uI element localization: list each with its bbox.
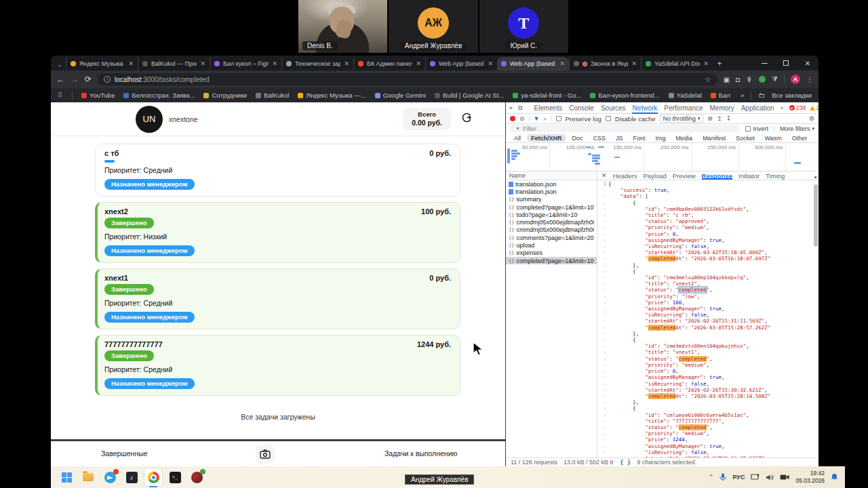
telegram-button[interactable]: [101, 468, 119, 486]
requests-count[interactable]: 11 / 126 requests: [511, 459, 557, 466]
export-har-icon[interactable]: ↧: [726, 115, 732, 122]
browser-tab-9[interactable]: YaSdelal API Docume✕: [641, 57, 713, 70]
video-tile-andrey[interactable]: АЖ Андрей Журавлёв: [389, 0, 477, 53]
clear-icon[interactable]: ⊘: [519, 115, 525, 122]
filter-chip-socket[interactable]: Socket: [732, 134, 759, 142]
browser-tab-7[interactable]: Web App (based on ✕: [497, 57, 569, 70]
extension-adblock-icon[interactable]: [759, 76, 766, 83]
bookmark-item[interactable]: Сотрудники: [203, 92, 246, 99]
address-bar[interactable]: i localhost:3000/tasks/completed ☆: [98, 73, 717, 85]
file-explorer-button[interactable]: [79, 468, 97, 486]
tab-close-icon[interactable]: ✕: [344, 60, 349, 67]
network-request-row[interactable]: {}summary: [506, 196, 597, 203]
extensions-puzzle-icon[interactable]: ⧩: [772, 75, 778, 83]
devtools-tab-memory[interactable]: Memory: [709, 102, 735, 114]
invert-label[interactable]: Invert: [753, 125, 768, 132]
network-request-row[interactable]: {}translation.json: [506, 180, 597, 188]
browser-tab-2[interactable]: BalKukol — Профиль✕: [138, 57, 210, 70]
browser-tab-1[interactable]: Яндекс Музыка — с✕: [66, 57, 138, 70]
task-card[interactable]: с тб0 руб.Приоритет: СреднийНазначено ме…: [95, 144, 460, 197]
invert-checkbox[interactable]: [745, 126, 751, 131]
filter-chip-wasm[interactable]: Wasm: [761, 134, 786, 142]
network-request-row[interactable]: {}cmmdmj05x000ejdtmapfzh00n: [506, 218, 597, 226]
detail-tab-timing[interactable]: Timing: [766, 172, 785, 180]
filter-chip-fetchxhr[interactable]: Fetch/XHR: [527, 134, 566, 142]
task-card[interactable]: xnext2100 руб.ЗавершеноПриоритет: Низкий…: [95, 202, 460, 263]
video-tile-yuri[interactable]: T Юрий С.: [479, 0, 568, 53]
notification-bell-icon[interactable]: [831, 473, 838, 481]
network-request-row[interactable]: {}completed?page=1&limit=10: [506, 203, 597, 211]
site-info-icon[interactable]: i: [104, 76, 111, 83]
sport-app-button[interactable]: [188, 468, 205, 486]
filter-icon[interactable]: ▼: [534, 115, 540, 122]
language-indicator[interactable]: РУС: [732, 474, 745, 481]
tab-close-icon[interactable]: ✕: [703, 60, 709, 67]
filter-chip-doc[interactable]: Doc: [568, 134, 587, 142]
preserve-log-checkbox[interactable]: [556, 116, 561, 121]
browser-tab-4[interactable]: Техническое задани✕: [281, 57, 353, 70]
bookmark-item[interactable]: Бал-кукол-frontend...: [590, 92, 659, 99]
detail-tab-payload[interactable]: Payload: [643, 172, 666, 180]
devtools-tab-network[interactable]: Network: [632, 102, 658, 114]
back-icon[interactable]: ←: [56, 75, 64, 83]
response-scrollbar[interactable]: ▲: [813, 182, 818, 457]
bookmark-item[interactable]: ya-sdelal-front - Go...: [513, 92, 581, 99]
filter-chip-media[interactable]: Media: [672, 134, 697, 142]
disable-cache-label[interactable]: Disable cache: [615, 115, 656, 123]
devtools-tab-performance[interactable]: Performance: [663, 102, 703, 114]
profile-avatar[interactable]: A: [791, 75, 800, 84]
more-tabs-chevron[interactable]: »: [781, 104, 784, 111]
task-card[interactable]: xnext10 руб.ЗавершеноПриоритет: СреднийН…: [95, 268, 460, 329]
bookmark-item[interactable]: Яндекс Музыка —...: [298, 92, 366, 99]
tab-search-button[interactable]: ⌄: [54, 58, 66, 70]
filter-chip-js[interactable]: JS: [612, 134, 627, 142]
network-request-row[interactable]: {}todo?page=1&limit=10: [506, 211, 597, 218]
apps-grid-icon[interactable]: ⠿: [58, 92, 63, 99]
music-app-button[interactable]: ♪: [123, 468, 140, 486]
nav-completed[interactable]: Завершенные: [101, 449, 148, 458]
scrollbar-thumb[interactable]: [814, 184, 818, 247]
tray-mic-icon[interactable]: [719, 473, 726, 481]
bookmark-item[interactable]: Google Gemini: [375, 92, 426, 99]
disable-cache-checkbox[interactable]: [606, 116, 611, 121]
reload-icon[interactable]: ⟳: [85, 75, 92, 83]
side-panel-icon[interactable]: ▣: [724, 76, 730, 83]
devtools-tab-console[interactable]: Console: [568, 102, 595, 114]
console-errors-badge[interactable]: ✕238: [789, 104, 806, 111]
network-icon[interactable]: [751, 474, 760, 481]
scroll-up-arrow[interactable]: ▲: [813, 174, 818, 179]
detail-tab-initiator[interactable]: Initiator: [738, 172, 760, 180]
record-icon[interactable]: [510, 116, 515, 121]
browser-tab-8[interactable]: Звонок в Яндекс✕: [569, 57, 641, 70]
search-icon[interactable]: ⌕: [543, 115, 547, 123]
devtools-tab-sources[interactable]: Sources: [600, 102, 627, 114]
network-conditions-icon[interactable]: ⋓: [708, 115, 713, 122]
filter-chip-manifest[interactable]: Manifest: [698, 134, 730, 142]
tab-close-icon[interactable]: ✕: [559, 60, 565, 67]
password-manager-icon[interactable]: ◘: [736, 76, 740, 83]
network-request-row[interactable]: {}expenses: [506, 249, 597, 257]
devtools-tab-elements[interactable]: Elements: [534, 102, 564, 114]
chrome-button[interactable]: [144, 468, 162, 486]
tab-close-icon[interactable]: ✕: [488, 60, 493, 67]
task-card[interactable]: 777777777777771244 руб.ЗавершеноПриорите…: [95, 335, 460, 396]
filter-chip-font[interactable]: Font: [629, 134, 650, 142]
hidden-icons-chevron[interactable]: ⌃: [709, 474, 714, 481]
bookmark-item[interactable]: YouTube: [81, 92, 115, 99]
webcam-tray-icon[interactable]: [780, 474, 789, 481]
network-request-row[interactable]: {}cmmdmj05x000ejdtmapfzh00n: [506, 226, 597, 234]
filter-chip-css[interactable]: CSS: [589, 134, 610, 142]
nav-todo[interactable]: Задачи к выполнению: [384, 449, 457, 458]
detail-tab-response[interactable]: Response: [702, 172, 732, 180]
minimize-button[interactable]: [753, 56, 775, 70]
detail-tab-headers[interactable]: Headers: [613, 172, 637, 180]
filter-chip-img[interactable]: Img: [652, 134, 670, 142]
video-tile-denis[interactable]: Denis B.: [298, 0, 387, 53]
console-warnings-badge[interactable]: 2: [810, 104, 818, 111]
network-request-row[interactable]: {}upload: [506, 241, 597, 249]
detail-tab-preview[interactable]: Preview: [673, 172, 696, 180]
bookmark-item[interactable]: BalKukol: [256, 92, 290, 99]
user-avatar[interactable]: UN: [136, 106, 163, 133]
filter-chip-all[interactable]: All: [510, 134, 525, 142]
network-request-row[interactable]: {}translation.json: [506, 188, 597, 195]
